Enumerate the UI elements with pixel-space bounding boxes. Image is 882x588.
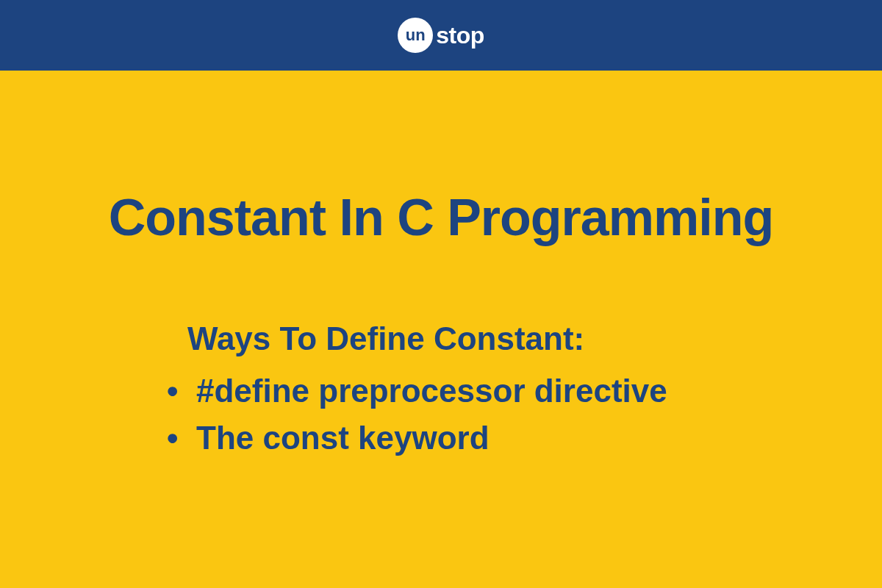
brand-logo: un stop xyxy=(398,18,484,53)
page-title: Constant In C Programming xyxy=(70,188,812,247)
header-bar: un stop xyxy=(0,0,882,71)
list-item: The const keyword xyxy=(158,415,812,462)
content-area: Constant In C Programming Ways To Define… xyxy=(0,188,882,462)
subtitle: Ways To Define Constant: xyxy=(187,320,812,357)
ways-list: #define preprocessor directive The const… xyxy=(158,368,812,462)
list-item: #define preprocessor directive xyxy=(158,368,812,415)
logo-prefix: un xyxy=(406,26,426,45)
logo-circle-icon: un xyxy=(398,18,433,53)
logo-suffix: stop xyxy=(436,22,484,49)
